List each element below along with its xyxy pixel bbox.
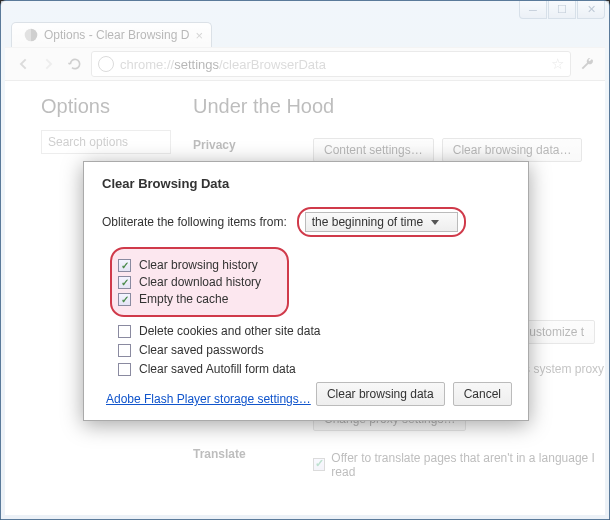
- clear-browsing-history-checkbox[interactable]: ✓ Clear browsing history: [118, 258, 261, 272]
- unchecked-checkbox-icon: [118, 325, 131, 338]
- time-range-select[interactable]: the beginning of time: [305, 212, 458, 232]
- checkbox-label: Empty the cache: [139, 292, 228, 306]
- dialog-buttons: Clear browsing data Cancel: [316, 382, 512, 406]
- checked-checkbox-icon: ✓: [118, 259, 131, 272]
- clear-browsing-data-confirm-button[interactable]: Clear browsing data: [316, 382, 445, 406]
- unchecked-group: Delete cookies and other site data Clear…: [118, 324, 510, 376]
- clear-download-history-checkbox[interactable]: ✓ Clear download history: [118, 275, 261, 289]
- empty-cache-checkbox[interactable]: ✓ Empty the cache: [118, 292, 261, 306]
- checkbox-label: Clear download history: [139, 275, 261, 289]
- unchecked-checkbox-icon: [118, 363, 131, 376]
- checked-checkbox-icon: ✓: [118, 293, 131, 306]
- checkbox-highlight-group: ✓ Clear browsing history ✓ Clear downloa…: [110, 247, 289, 317]
- checked-checkbox-icon: ✓: [118, 276, 131, 289]
- obliterate-row: Obliterate the following items from: the…: [102, 207, 510, 237]
- obliterate-label: Obliterate the following items from:: [102, 215, 287, 229]
- checkbox-label: Clear saved Autofill form data: [139, 362, 296, 376]
- chevron-down-icon: [431, 220, 439, 225]
- unchecked-checkbox-icon: [118, 344, 131, 357]
- time-range-highlight: the beginning of time: [297, 207, 466, 237]
- browser-window: ─ ☐ ✕ Options - Clear Browsing D × chrom…: [0, 0, 610, 520]
- checkbox-label: Delete cookies and other site data: [139, 324, 320, 338]
- cancel-button[interactable]: Cancel: [453, 382, 512, 406]
- checkbox-label: Clear saved passwords: [139, 343, 264, 357]
- clear-browsing-data-dialog: Clear Browsing Data Obliterate the follo…: [83, 161, 529, 421]
- clear-passwords-checkbox[interactable]: Clear saved passwords: [118, 343, 510, 357]
- clear-autofill-checkbox[interactable]: Clear saved Autofill form data: [118, 362, 510, 376]
- time-range-value: the beginning of time: [312, 215, 423, 229]
- delete-cookies-checkbox[interactable]: Delete cookies and other site data: [118, 324, 510, 338]
- dialog-title: Clear Browsing Data: [102, 176, 510, 191]
- checkbox-label: Clear browsing history: [139, 258, 258, 272]
